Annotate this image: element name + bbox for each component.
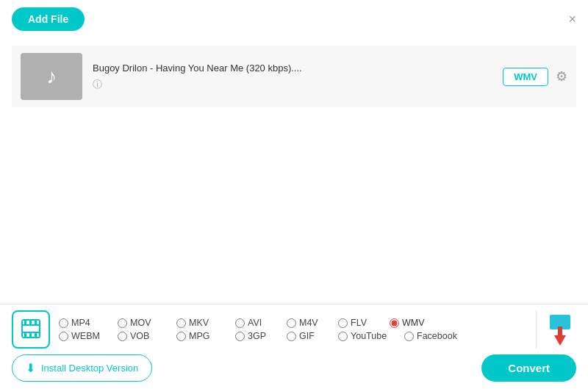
format-label-wmv: WMV <box>402 318 425 328</box>
file-thumbnail: ♪ <box>21 53 82 100</box>
download-arrow-icon[interactable] <box>544 313 576 346</box>
film-icon <box>21 318 41 341</box>
svg-rect-5 <box>35 320 37 324</box>
download-section <box>544 313 576 346</box>
file-item: ♪ Bugoy Drilon - Having You Near Me (320… <box>12 46 576 107</box>
format-label-gif: GIF <box>299 331 315 341</box>
format-label-mpg: MPG <box>189 331 209 341</box>
format-option-mpg[interactable]: MPG <box>176 331 235 341</box>
content-area <box>0 115 588 262</box>
format-option-mov[interactable]: MOV <box>118 318 176 328</box>
formats-row: MP4 MOV MKV AVI M4V <box>0 304 588 349</box>
format-label-mkv: MKV <box>189 318 209 328</box>
format-option-3gp[interactable]: 3GP <box>235 331 287 341</box>
svg-rect-4 <box>29 320 32 324</box>
file-info: Bugoy Drilon - Having You Near Me (320 k… <box>93 63 492 91</box>
format-label-m4v: M4V <box>299 318 318 328</box>
format-label-mov: MOV <box>130 318 151 328</box>
top-bar: Add File × <box>0 0 588 38</box>
svg-rect-6 <box>24 333 26 338</box>
svg-rect-2 <box>22 332 40 333</box>
settings-icon[interactable]: ⚙ <box>556 68 567 85</box>
format-option-mp4[interactable]: MP4 <box>59 318 118 328</box>
close-button[interactable]: × <box>568 13 576 26</box>
svg-rect-3 <box>24 320 26 324</box>
format-option-youtube[interactable]: YouTube <box>338 331 404 341</box>
format-option-wmv[interactable]: WMV <box>390 318 441 328</box>
format-option-gif[interactable]: GIF <box>287 331 338 341</box>
format-option-webm[interactable]: WEBM <box>59 331 118 341</box>
info-icon[interactable]: ⓘ <box>93 79 102 90</box>
format-option-mkv[interactable]: MKV <box>176 318 235 328</box>
svg-rect-11 <box>558 326 562 337</box>
svg-marker-10 <box>554 335 566 346</box>
file-actions: WMV ⚙ <box>503 68 567 86</box>
format-option-flv[interactable]: FLV <box>338 318 390 328</box>
action-row: ⬇ Install Desktop Version Convert <box>0 349 588 389</box>
svg-rect-7 <box>29 333 32 338</box>
format-option-facebook[interactable]: Facebook <box>404 331 470 341</box>
format-label-avi: AVI <box>248 318 262 328</box>
file-name: Bugoy Drilon - Having You Near Me (320 k… <box>93 63 492 74</box>
format-option-m4v[interactable]: M4V <box>287 318 338 328</box>
download-icon: ⬇ <box>26 361 35 375</box>
file-list: ♪ Bugoy Drilon - Having You Near Me (320… <box>0 38 588 115</box>
svg-rect-1 <box>22 324 40 326</box>
format-option-vob[interactable]: VOB <box>118 331 176 341</box>
vertical-divider <box>536 310 537 349</box>
svg-rect-8 <box>35 333 37 338</box>
format-icon-box <box>12 310 50 349</box>
format-label-3gp: 3GP <box>248 331 266 341</box>
format-label-vob: VOB <box>130 331 149 341</box>
format-badge-button[interactable]: WMV <box>503 68 548 86</box>
format-label-flv: FLV <box>351 318 367 328</box>
add-file-button[interactable]: Add File <box>12 7 85 31</box>
format-label-mp4: MP4 <box>71 318 90 328</box>
install-desktop-button[interactable]: ⬇ Install Desktop Version <box>12 354 152 382</box>
format-label-youtube: YouTube <box>351 331 387 341</box>
bottom-panel: MP4 MOV MKV AVI M4V <box>0 304 588 389</box>
music-icon: ♪ <box>46 65 57 88</box>
install-label: Install Desktop Version <box>41 363 138 374</box>
convert-button[interactable]: Convert <box>481 354 576 382</box>
format-label-webm: WEBM <box>71 331 100 341</box>
format-option-avi[interactable]: AVI <box>235 318 287 328</box>
format-label-facebook: Facebook <box>417 331 457 341</box>
